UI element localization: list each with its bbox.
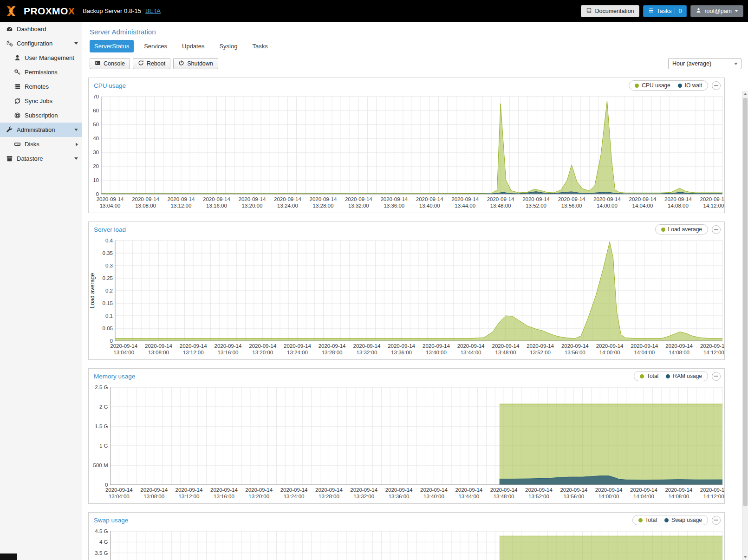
sidebar-item-configuration[interactable]: Configuration — [0, 36, 82, 51]
legend-item[interactable]: Total — [640, 373, 658, 379]
sidebar-item-subscription[interactable]: Subscription — [0, 108, 82, 123]
svg-text:13:56:00: 13:56:00 — [561, 203, 582, 208]
remotes-icon — [14, 83, 21, 90]
timeframe-select[interactable]: Hour (average) — [668, 58, 741, 69]
sidebar-item-datastore[interactable]: Datastore — [0, 151, 82, 166]
sidebar-item-disks[interactable]: Disks — [0, 137, 82, 151]
scrollbar-thumb[interactable] — [743, 98, 748, 506]
svg-text:0.15: 0.15 — [103, 300, 113, 306]
svg-text:2020-09-14: 2020-09-14 — [214, 343, 241, 349]
legend-item[interactable]: Total — [638, 517, 657, 523]
disk-icon — [14, 141, 21, 148]
shutdown-button[interactable]: Shutdown — [173, 58, 218, 69]
legend-item[interactable]: Swap usage — [664, 517, 702, 523]
tab-serverstatus[interactable]: ServerStatus — [90, 40, 134, 52]
svg-text:13:28:00: 13:28:00 — [319, 494, 339, 499]
svg-text:2020-09-14: 2020-09-14 — [561, 343, 589, 349]
memory-usage-chart: 0500 M1 G1.5 G2 G2.5 G2020-09-1413:04:00… — [89, 383, 724, 503]
cpu-usage-chart: 0102030405060702020-09-1413:04:002020-09… — [89, 92, 724, 213]
svg-text:13:56:00: 13:56:00 — [563, 494, 584, 499]
tab-services[interactable]: Services — [139, 40, 172, 52]
legend-label: CPU usage — [642, 82, 670, 89]
tab-tasks[interactable]: Tasks — [247, 40, 272, 52]
svg-text:2020-09-14: 2020-09-14 — [140, 487, 168, 493]
svg-text:50: 50 — [93, 122, 99, 127]
triangle-up-icon — [743, 93, 747, 95]
sidebar-item-administration[interactable]: Administration — [0, 123, 82, 137]
chart-legend: Load average — [655, 224, 708, 234]
sidebar-item-label: Configuration — [17, 40, 52, 47]
svg-text:13:08:00: 13:08:00 — [148, 350, 169, 355]
memory-usage-chart-svg: 0500 M1 G1.5 G2 G2.5 G2020-09-1413:04:00… — [89, 383, 724, 503]
svg-text:13:40:00: 13:40:00 — [419, 203, 440, 208]
panel-header: CPU usage CPU usageIO wait — [89, 78, 724, 92]
scrollbar[interactable] — [742, 91, 748, 560]
svg-text:2020-09-14: 2020-09-14 — [664, 196, 692, 202]
triangle-down-icon — [743, 556, 747, 558]
svg-text:13:44:00: 13:44:00 — [455, 203, 475, 208]
legend-item[interactable]: CPU usage — [635, 82, 670, 89]
panel-title: Server load — [94, 226, 655, 233]
svg-text:2020-09-14: 2020-09-14 — [176, 487, 203, 493]
console-button[interactable]: Console — [90, 58, 130, 69]
sidebar-item-label: Administration — [17, 126, 55, 133]
svg-text:13:12:00: 13:12:00 — [171, 203, 192, 208]
svg-text:14:00:00: 14:00:00 — [597, 203, 618, 208]
svg-text:2 G: 2 G — [99, 404, 108, 410]
legend-label: Load average — [668, 226, 702, 233]
documentation-button[interactable]: Documentation — [581, 5, 639, 17]
sidebar-item-dashboard[interactable]: Dashboard — [0, 22, 82, 36]
svg-text:14:12:00: 14:12:00 — [703, 203, 724, 208]
scroll-up-button[interactable] — [742, 91, 748, 97]
scroll-down-button[interactable] — [742, 554, 748, 560]
svg-text:Load average: Load average — [89, 273, 96, 309]
svg-text:2020-09-14: 2020-09-14 — [238, 196, 266, 202]
svg-text:2020-09-14: 2020-09-14 — [455, 487, 482, 493]
svg-text:14:12:00: 14:12:00 — [703, 494, 724, 499]
cpu-usage-chart-svg: 0102030405060702020-09-1413:04:002020-09… — [89, 92, 724, 213]
legend-dot-icon — [661, 228, 665, 232]
sidebar-item-remotes[interactable]: Remotes — [0, 79, 82, 94]
legend-item[interactable]: Load average — [661, 226, 702, 233]
tab-syslog[interactable]: Syslog — [215, 40, 242, 52]
svg-text:13:16:00: 13:16:00 — [218, 350, 239, 355]
svg-text:13:36:00: 13:36:00 — [391, 350, 412, 355]
svg-text:13:12:00: 13:12:00 — [179, 494, 200, 499]
svg-text:13:20:00: 13:20:00 — [248, 494, 269, 499]
main-panel: Server Administration ServerStatusServic… — [82, 22, 748, 560]
svg-text:13:36:00: 13:36:00 — [389, 494, 410, 499]
legend-item[interactable]: IO wait — [678, 82, 702, 89]
sidebar-item-permissions[interactable]: Permissions — [0, 65, 82, 79]
beta-link[interactable]: BETA — [145, 7, 161, 14]
memory-usage-panel: Memory usage TotalRAM usage 0500 M1 G1.5… — [88, 368, 725, 504]
sidebar-item-sync-jobs[interactable]: Sync Jobs — [0, 94, 82, 108]
panel-title: Memory usage — [94, 373, 634, 380]
legend-dot-icon — [678, 84, 682, 88]
svg-text:0.35: 0.35 — [103, 250, 113, 256]
legend-item[interactable]: RAM usage — [666, 373, 702, 379]
minus-icon — [714, 85, 718, 86]
tasks-button[interactable]: Tasks 0 — [643, 5, 687, 17]
svg-text:0.2: 0.2 — [105, 288, 113, 293]
collapse-panel-button[interactable] — [712, 372, 721, 381]
panel-title: CPU usage — [94, 82, 629, 89]
sidebar-item-label: Dashboard — [17, 26, 46, 33]
collapse-panel-button[interactable] — [712, 81, 721, 90]
svg-text:14:04:00: 14:04:00 — [634, 350, 655, 355]
svg-text:13:48:00: 13:48:00 — [494, 494, 514, 499]
collapse-panel-button[interactable] — [712, 225, 721, 234]
sidebar-item-label: Permissions — [25, 69, 58, 76]
caret-down-icon — [74, 42, 78, 45]
svg-text:2020-09-14: 2020-09-14 — [457, 343, 485, 349]
user-menu-button[interactable]: root@pam — [690, 5, 743, 17]
svg-text:14:04:00: 14:04:00 — [633, 494, 654, 499]
reboot-button[interactable]: Reboot — [133, 58, 170, 69]
svg-text:2020-09-14: 2020-09-14 — [525, 487, 553, 493]
sidebar-item-user-management[interactable]: User Management — [0, 51, 82, 65]
tab-updates[interactable]: Updates — [177, 40, 209, 52]
server-load-chart-svg: 00.050.10.150.20.250.30.350.42020-09-141… — [89, 236, 724, 359]
sidebar-item-label: Disks — [25, 141, 39, 148]
sync-icon — [14, 98, 21, 104]
collapse-panel-button[interactable] — [712, 516, 721, 525]
svg-text:13:12:00: 13:12:00 — [183, 350, 204, 355]
